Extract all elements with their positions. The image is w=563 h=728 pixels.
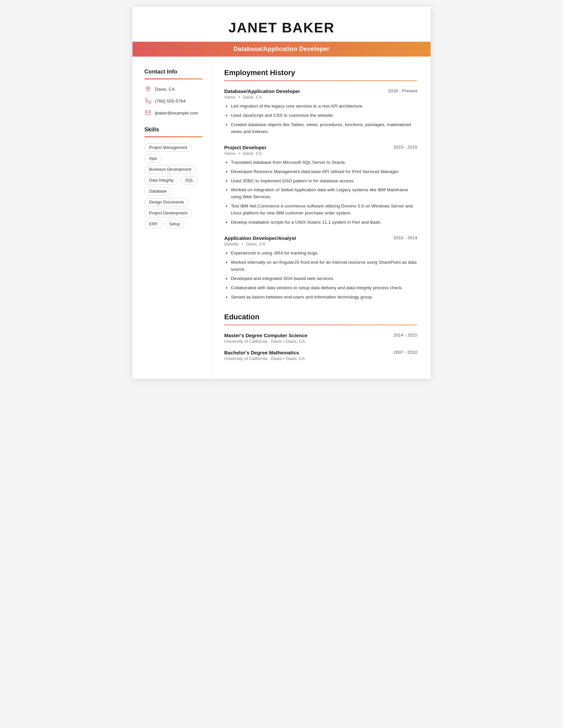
job-company-2: Xerox • Davis, CA: [224, 151, 417, 156]
skill-tag: Ajax: [144, 154, 162, 163]
education-divider: [224, 325, 417, 325]
contact-location: Davis, CA: [144, 85, 203, 93]
list-item: Created database objects like Tables, vi…: [231, 121, 417, 135]
skill-tags-container: Project Management Ajax Business Develop…: [144, 143, 203, 228]
job-bullets-2: Translated database from Microsoft SQL S…: [224, 159, 417, 226]
skill-tag: ERP: [144, 220, 162, 228]
contact-section-title: Contact Info: [144, 68, 203, 75]
header-title-bar: Database/Application Developer: [132, 42, 431, 57]
job-title-3: Application Developer/Analyst: [224, 235, 296, 241]
edu-degree-1: Master's Degree Computer Science: [224, 333, 307, 338]
job-title-2: Project Developer: [224, 145, 266, 150]
employment-divider: [224, 80, 417, 81]
job-header-2: Project Developer 2015 - 2016: [224, 145, 417, 150]
list-item: Used JDBC to implement DAO pattern to fo…: [231, 178, 417, 185]
resume-document: JANET BAKER Database/Application Develop…: [132, 7, 431, 379]
job-bullets-3: Experienced in using JIRA for tracking b…: [224, 250, 417, 301]
employment-section-title: Employment History: [224, 68, 417, 77]
list-item: Developed Resource Management data-base …: [231, 168, 417, 175]
skills-divider: [144, 136, 203, 137]
education-section: Education Master's Degree Computer Scien…: [224, 313, 417, 361]
skills-section-title: Skills: [144, 126, 203, 133]
contact-email-value: jbaker@example.com: [155, 111, 198, 115]
skill-tag: Data Integrity: [144, 176, 178, 185]
svg-point-0: [147, 88, 149, 89]
resume-header: JANET BAKER: [132, 7, 431, 36]
edu-entry-2: Bachelor's Degree Mathematics 2007 - 201…: [224, 350, 417, 361]
job-entry-2: Project Developer 2015 - 2016 Xerox • Da…: [224, 145, 417, 226]
phone-icon: [144, 97, 152, 105]
job-dates-3: 2010 - 2014: [394, 235, 417, 240]
job-company-3: Deloitte • Davis, CA: [224, 242, 417, 247]
email-icon: [144, 109, 152, 116]
edu-dates-1: 2014 - 2015: [394, 333, 417, 338]
list-item: Test IBM Net.Commerce e-commerce softwar…: [231, 203, 417, 217]
list-item: Led migration of the legacy core service…: [231, 103, 417, 110]
education-section-title: Education: [224, 313, 417, 321]
skills-section: Skills Project Management Ajax Business …: [144, 126, 203, 228]
list-item: Worked on integration of Siebel Applicat…: [231, 187, 417, 201]
edu-school-2: University of California - Davis • Davis…: [224, 356, 417, 361]
skill-tag: Project Development: [144, 209, 192, 217]
contact-phone: (760) 555-5784: [144, 97, 203, 105]
list-item: Translated database from Microsoft SQL S…: [231, 159, 417, 166]
skill-tag: Project Management: [144, 143, 192, 152]
contact-email: jbaker@example.com: [144, 109, 203, 116]
list-item: Collaborated with data vendors to setup …: [231, 285, 417, 292]
list-item: Worked internally on an AngularJS front …: [231, 259, 417, 273]
edu-dates-2: 2007 - 2010: [394, 350, 417, 355]
list-item: Developed and integrated SOA based web s…: [231, 275, 417, 282]
job-company-1: Xerox • Davis, CA: [224, 95, 417, 100]
edu-school-1: University of California - Davis • Davis…: [224, 339, 417, 344]
contact-phone-value: (760) 555-5784: [155, 99, 185, 104]
skill-tag: SQL: [180, 176, 198, 185]
job-header-1: Database/Application Developer 2016 - Pr…: [224, 88, 417, 94]
skill-tag: Design Documents: [144, 198, 189, 206]
edu-degree-2: Bachelor's Degree Mathematics: [224, 350, 299, 355]
svg-rect-1: [146, 111, 151, 115]
job-dates-2: 2015 - 2016: [394, 145, 417, 150]
contact-divider: [144, 78, 203, 79]
job-header-3: Application Developer/Analyst 2010 - 201…: [224, 235, 417, 241]
skill-tag: Database: [144, 187, 171, 196]
list-item: Experienced in using JIRA for tracking b…: [231, 250, 417, 257]
list-item: Used JavaScript and CSS to customize the…: [231, 112, 417, 119]
job-entry-1: Database/Application Developer 2016 - Pr…: [224, 88, 417, 135]
sidebar: Contact Info Davis, CA (760) 555-57: [132, 57, 212, 379]
main-content: Employment History Database/Application …: [212, 57, 431, 379]
skill-tag: Setup: [164, 220, 185, 228]
edu-header-1: Master's Degree Computer Science 2014 - …: [224, 333, 417, 338]
edu-header-2: Bachelor's Degree Mathematics 2007 - 201…: [224, 350, 417, 355]
job-entry-3: Application Developer/Analyst 2010 - 201…: [224, 235, 417, 301]
skill-tag: Business Development: [144, 165, 196, 174]
list-item: Develop installation scripts for a UNIX …: [231, 219, 417, 226]
job-bullets-1: Led migration of the legacy core service…: [224, 103, 417, 135]
job-title-1: Database/Application Developer: [224, 88, 300, 94]
list-item: Served as liaison between end-users and …: [231, 294, 417, 301]
body-layout: Contact Info Davis, CA (760) 555-57: [132, 57, 431, 379]
job-dates-1: 2016 - Present: [388, 88, 417, 93]
applicant-title: Database/Application Developer: [233, 46, 330, 52]
edu-entry-1: Master's Degree Computer Science 2014 - …: [224, 333, 417, 344]
applicant-name: JANET BAKER: [146, 20, 417, 36]
contact-location-value: Davis, CA: [155, 87, 175, 92]
location-icon: [144, 85, 152, 93]
